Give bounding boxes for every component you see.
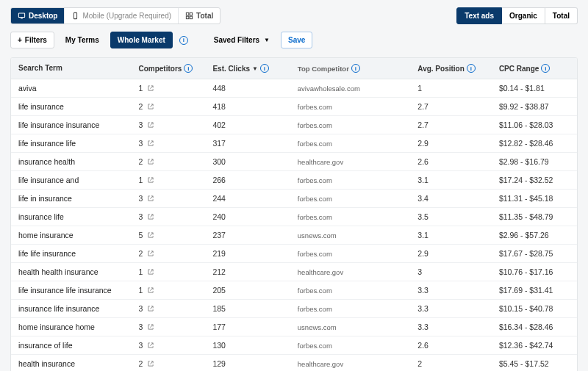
- cell-top-competitor: forbes.com: [298, 213, 417, 221]
- external-link-icon[interactable]: [147, 140, 154, 147]
- external-link-icon[interactable]: [147, 323, 154, 331]
- header-cpc-range[interactable]: CPC Rangei: [499, 64, 550, 73]
- cell-position: 2.6: [417, 341, 499, 350]
- info-icon[interactable]: i: [184, 64, 193, 73]
- tab-organic[interactable]: Organic: [502, 7, 545, 24]
- table-row[interactable]: insurance life insurance3185forbes.com3.…: [11, 300, 577, 318]
- table-row[interactable]: life insurance2418forbes.com2.7$9.92 - $…: [11, 98, 577, 116]
- cell-position: 2.9: [417, 139, 499, 148]
- cell-competitors: 1: [138, 267, 212, 276]
- table-row[interactable]: insurance of life3130forbes.com2.6$12.36…: [11, 336, 577, 355]
- table-row[interactable]: health health insurance1212healthcare.go…: [11, 263, 577, 281]
- external-link-icon[interactable]: [147, 250, 154, 257]
- cell-clicks: 418: [212, 102, 297, 111]
- cell-competitors: 3: [138, 139, 212, 148]
- info-icon[interactable]: i: [260, 64, 269, 73]
- header-top-competitor[interactable]: Top Competitori: [298, 64, 360, 73]
- table-row[interactable]: home insurance home3177usnews.com3.3$16.…: [11, 318, 577, 336]
- info-icon[interactable]: i: [541, 64, 550, 73]
- cell-clicks: 240: [212, 212, 297, 221]
- cell-cpc: $17.67 - $28.75: [499, 249, 570, 258]
- filters-button[interactable]: +Filters: [10, 32, 54, 48]
- external-link-icon[interactable]: [147, 176, 154, 184]
- header-competitors[interactable]: Competitorsi: [138, 64, 193, 73]
- whole-market-button[interactable]: Whole Market: [110, 32, 173, 48]
- cell-term: life insurance: [18, 102, 138, 111]
- table-row[interactable]: life insurance and1266forbes.com3.1$17.2…: [11, 171, 577, 190]
- cell-top-competitor: forbes.com: [298, 287, 417, 295]
- cell-competitors: 3: [138, 212, 212, 221]
- cell-term: home insurance: [18, 231, 138, 239]
- cell-term: life in insurance: [18, 194, 138, 203]
- chevron-down-icon: ▼: [264, 37, 270, 43]
- table-row[interactable]: aviva1448avivawholesale.com1$0.14 - $1.8…: [11, 79, 577, 98]
- info-icon[interactable]: i: [351, 64, 360, 73]
- info-icon[interactable]: i: [179, 36, 188, 45]
- table-row[interactable]: life insurance insurance3402forbes.com2.…: [11, 116, 577, 134]
- saved-filters-button[interactable]: Saved Filters▼: [207, 32, 276, 48]
- cell-position: 2: [417, 359, 499, 368]
- table-row[interactable]: insurance health2300healthcare.gov2.6$2.…: [11, 153, 577, 171]
- cell-top-competitor: forbes.com: [298, 250, 417, 258]
- cell-term: home insurance home: [18, 323, 138, 331]
- svg-rect-5: [190, 16, 192, 18]
- tab-desktop[interactable]: Desktop: [11, 8, 65, 24]
- cell-top-competitor: usnews.com: [298, 231, 417, 239]
- cell-competitors: 1: [138, 176, 212, 184]
- cell-competitors: 3: [138, 323, 212, 331]
- cell-cpc: $2.96 - $57.26: [499, 231, 570, 239]
- header-avg-position[interactable]: Avg. Positioni: [417, 64, 476, 73]
- table-row[interactable]: health insurance2129healthcare.gov2$5.45…: [11, 355, 577, 371]
- table-row[interactable]: insurance life3240forbes.com3.5$11.35 - …: [11, 208, 577, 226]
- external-link-icon[interactable]: [147, 195, 154, 202]
- external-link-icon[interactable]: [147, 305, 154, 312]
- external-link-icon[interactable]: [147, 121, 154, 129]
- external-link-icon[interactable]: [147, 360, 154, 367]
- save-button[interactable]: Save: [281, 32, 312, 48]
- external-link-icon[interactable]: [147, 287, 154, 294]
- cell-clicks: 266: [212, 176, 297, 184]
- external-link-icon[interactable]: [147, 268, 154, 275]
- svg-rect-1: [74, 12, 77, 18]
- my-terms-button[interactable]: My Terms: [59, 32, 106, 48]
- cell-term: life insurance life insurance: [18, 286, 138, 295]
- cell-clicks: 317: [212, 139, 297, 148]
- terms-table: Search Term Competitorsi Est. Clicks▼i T…: [10, 57, 578, 371]
- table-row[interactable]: life in insurance3244forbes.com3.4$11.31…: [11, 190, 577, 208]
- info-icon[interactable]: i: [467, 64, 476, 73]
- cell-cpc: $5.45 - $17.52: [499, 359, 570, 368]
- table-row[interactable]: life insurance life3317forbes.com2.9$12.…: [11, 134, 577, 153]
- cell-competitors: 5: [138, 231, 212, 239]
- cell-top-competitor: avivawholesale.com: [298, 84, 417, 93]
- svg-rect-4: [186, 16, 188, 18]
- tab-right-total[interactable]: Total: [545, 7, 578, 24]
- result-type-tabs: Text ads Organic Total: [456, 7, 578, 24]
- cell-position: 3.3: [417, 323, 499, 331]
- tab-desktop-label: Desktop: [29, 12, 57, 20]
- cell-position: 3.1: [417, 231, 499, 239]
- external-link-icon[interactable]: [147, 231, 154, 239]
- cell-top-competitor: healthcare.gov: [298, 268, 417, 276]
- table-row[interactable]: home insurance5237usnews.com3.1$2.96 - $…: [11, 226, 577, 245]
- header-search-term[interactable]: Search Term: [18, 64, 62, 72]
- cell-term: insurance of life: [18, 341, 138, 350]
- external-link-icon[interactable]: [147, 158, 154, 165]
- cell-top-competitor: forbes.com: [298, 176, 417, 184]
- external-link-icon[interactable]: [147, 103, 154, 110]
- cell-position: 2.6: [417, 157, 499, 166]
- header-est-clicks[interactable]: Est. Clicks▼i: [212, 64, 269, 73]
- cell-clicks: 177: [212, 323, 297, 331]
- tab-mobile-label: Mobile (Upgrade Required): [82, 12, 171, 20]
- table-row[interactable]: life insurance life insurance1205forbes.…: [11, 281, 577, 300]
- external-link-icon[interactable]: [147, 342, 154, 349]
- tab-text-ads[interactable]: Text ads: [456, 7, 502, 24]
- table-row[interactable]: life life insurance2219forbes.com2.9$17.…: [11, 245, 577, 263]
- cell-term: life insurance insurance: [18, 120, 138, 129]
- tab-mobile[interactable]: Mobile (Upgrade Required): [65, 8, 179, 24]
- cell-top-competitor: healthcare.gov: [298, 158, 417, 166]
- external-link-icon[interactable]: [147, 84, 154, 92]
- cell-top-competitor: forbes.com: [298, 121, 417, 129]
- tab-total[interactable]: Total: [179, 8, 220, 24]
- external-link-icon[interactable]: [147, 213, 154, 220]
- cell-top-competitor: forbes.com: [298, 103, 417, 111]
